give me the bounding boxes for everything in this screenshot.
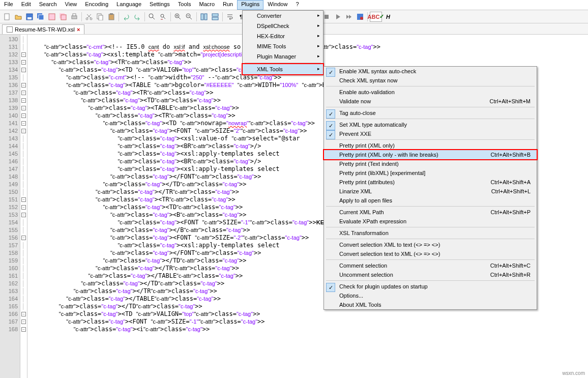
- xmltools-menu-item[interactable]: ✓Set XML type automatically: [324, 120, 537, 129]
- redo-icon[interactable]: [132, 12, 142, 22]
- xmltools-menu-item[interactable]: About XML Tools: [324, 300, 537, 309]
- svg-rect-2: [27, 17, 32, 19]
- menu-plugins[interactable]: Plugins: [237, 0, 263, 10]
- sync-h-icon[interactable]: [210, 12, 220, 22]
- xmltools-menu-item[interactable]: ✓Tag auto-close: [324, 108, 537, 118]
- svg-rect-20: [201, 14, 203, 20]
- menu-search[interactable]: Search: [35, 0, 61, 10]
- xmltools-menu-item[interactable]: Pretty print (attributes)Ctrl+Alt+Shift+…: [324, 178, 537, 187]
- save-icon[interactable]: [24, 12, 35, 22]
- separator: [196, 12, 197, 21]
- find-icon[interactable]: [147, 12, 157, 22]
- svg-rect-21: [204, 14, 207, 20]
- xmltools-menu-item[interactable]: Enable auto-validation: [324, 88, 537, 97]
- plugins-menu: ConverterDSpellCheckHEX-EditorMIME Tools…: [242, 10, 324, 75]
- save-all-icon[interactable]: [36, 12, 46, 22]
- new-file-icon[interactable]: [2, 12, 12, 22]
- svg-rect-13: [99, 15, 103, 20]
- hex-icon[interactable]: H: [383, 12, 393, 22]
- menu-view[interactable]: View: [61, 0, 81, 10]
- plugins-menu-item[interactable]: Plugin Manager: [243, 51, 323, 62]
- menu-?[interactable]: ?: [291, 0, 303, 10]
- menu-run[interactable]: Run: [219, 0, 237, 10]
- sync-v-icon[interactable]: [199, 12, 209, 22]
- xmltools-menu-item[interactable]: ✓Check for plugin updates on startup: [324, 282, 537, 291]
- xmltools-menu-item[interactable]: Convert selection XML to text (<> => <>): [324, 240, 537, 249]
- open-icon[interactable]: [13, 12, 23, 22]
- svg-rect-7: [61, 15, 66, 20]
- separator: [119, 12, 119, 21]
- xmltools-menu-item[interactable]: Uncomment selectionCtrl+Alt+Shift+R: [324, 270, 537, 279]
- close-icon[interactable]: [47, 12, 57, 22]
- svg-rect-23: [212, 17, 218, 20]
- plugins-menu-item[interactable]: HEX-Editor: [243, 31, 323, 41]
- xmltools-menu-item[interactable]: Pretty print (Text indent): [324, 159, 537, 168]
- paste-icon[interactable]: [106, 12, 116, 22]
- xmltools-menu-item[interactable]: Current XML PathCtrl+Alt+Shift+P: [324, 208, 537, 217]
- svg-point-16: [149, 14, 153, 18]
- fold-gutter: ││−−−│−−−−−−−││││││││−−−││−│││││││││−−−: [20, 35, 27, 378]
- svg-rect-4: [39, 15, 44, 20]
- xmltools-menu-item[interactable]: Comment selectionCtrl+Alt+Shift+C: [324, 261, 537, 270]
- xmltools-menu-item[interactable]: Check XML syntax now: [324, 76, 537, 85]
- copy-icon[interactable]: [95, 12, 105, 22]
- close-all-icon[interactable]: [58, 12, 68, 22]
- cut-icon[interactable]: [84, 12, 94, 22]
- xmltools-menu-item[interactable]: Evaluate XPath expression: [324, 217, 537, 226]
- xmltools-menu-item[interactable]: Validate nowCtrl+Alt+Shift+M: [324, 97, 537, 106]
- menu-tools[interactable]: Tools: [174, 0, 195, 10]
- line-number-gutter: 1301311321331341351361371381391401411421…: [0, 35, 20, 378]
- xmltools-menu-item[interactable]: Convert selection text to XML (<> => <>): [324, 249, 537, 258]
- xmltools-menu-item[interactable]: Linarize XMLCtrl+Alt+Shift+L: [324, 187, 537, 196]
- replace-icon[interactable]: [158, 12, 168, 22]
- menu-file[interactable]: File: [0, 0, 17, 10]
- fast-icon[interactable]: [344, 12, 354, 22]
- menu-encoding[interactable]: Encoding: [81, 0, 112, 10]
- svg-rect-14: [109, 14, 114, 20]
- menu-language[interactable]: Language: [112, 0, 145, 10]
- file-tab[interactable]: Resume-MS-TR-WD.xsl ×: [2, 24, 84, 34]
- svg-point-31: [360, 17, 363, 20]
- separator: [81, 12, 82, 21]
- save-macro-icon[interactable]: [355, 12, 365, 22]
- plugins-menu-item[interactable]: MIME Tools: [243, 41, 323, 51]
- separator: [170, 12, 171, 21]
- xmltools-menu-item[interactable]: Options...: [324, 291, 537, 300]
- zoom-out-icon[interactable]: [184, 12, 194, 22]
- menu-edit[interactable]: Edit: [17, 0, 35, 10]
- svg-rect-5: [49, 14, 55, 20]
- svg-rect-9: [73, 14, 76, 16]
- xmltools-menu-item[interactable]: Pretty print (libXML) [experimental]: [324, 168, 537, 178]
- svg-rect-29: [325, 15, 329, 19]
- xmltools-menu-item[interactable]: Apply to all open files: [324, 196, 537, 205]
- svg-rect-22: [212, 14, 218, 16]
- xmltools-menu-item[interactable]: ✓Prevent XXE: [324, 129, 537, 138]
- svg-rect-0: [5, 14, 9, 20]
- file-icon: [7, 26, 13, 33]
- separator: [222, 12, 223, 21]
- play-icon[interactable]: [333, 12, 343, 22]
- plugins-menu-item[interactable]: XML Tools: [243, 64, 323, 74]
- xmltools-submenu: ✓Enable XML syntax auto-checkCheck XML s…: [324, 66, 537, 310]
- tab-label: Resume-MS-TR-WD.xsl: [15, 26, 75, 33]
- menubar: FileEditSearchViewEncodingLanguageSettin…: [0, 0, 588, 10]
- spell-icon[interactable]: ABC✓: [370, 12, 382, 22]
- xmltools-menu-item[interactable]: ✓Enable XML syntax auto-check: [324, 67, 537, 76]
- svg-rect-15: [110, 13, 113, 15]
- svg-rect-8: [72, 16, 77, 19]
- plugins-menu-item[interactable]: Converter: [243, 11, 323, 21]
- wordwrap-icon[interactable]: [225, 12, 235, 22]
- xmltools-menu-item[interactable]: Pretty print (XML only - with line break…: [324, 150, 537, 159]
- source-watermark: wsxn.com: [563, 370, 585, 376]
- menu-macro[interactable]: Macro: [195, 0, 219, 10]
- menu-window[interactable]: Window: [263, 0, 291, 10]
- separator: [144, 12, 145, 21]
- menu-settings[interactable]: Settings: [145, 0, 174, 10]
- xmltools-menu-item[interactable]: XSL Transformation: [324, 228, 537, 238]
- print-icon[interactable]: [69, 12, 79, 22]
- close-tab-icon[interactable]: ×: [77, 26, 80, 33]
- undo-icon[interactable]: [121, 12, 131, 22]
- zoom-in-icon[interactable]: [173, 12, 183, 22]
- plugins-menu-item[interactable]: DSpellCheck: [243, 21, 323, 31]
- xmltools-menu-item[interactable]: Pretty print (XML only): [324, 141, 537, 150]
